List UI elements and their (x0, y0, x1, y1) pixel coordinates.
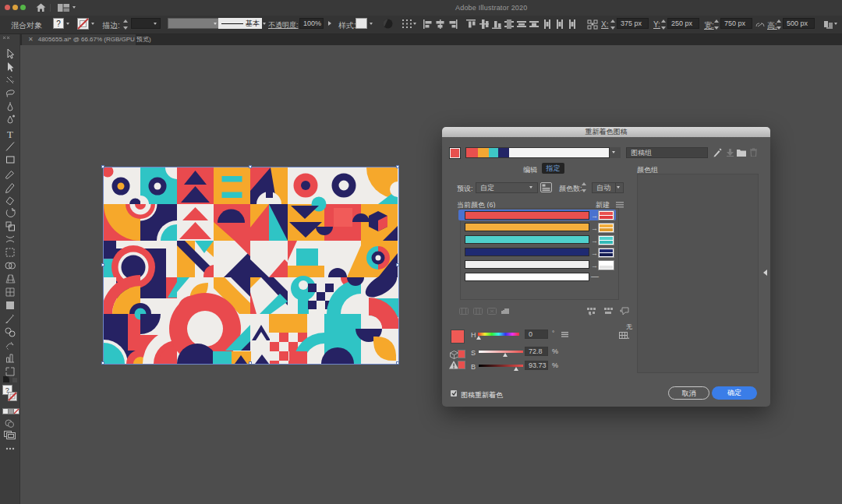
svg-text:T: T (7, 129, 13, 140)
